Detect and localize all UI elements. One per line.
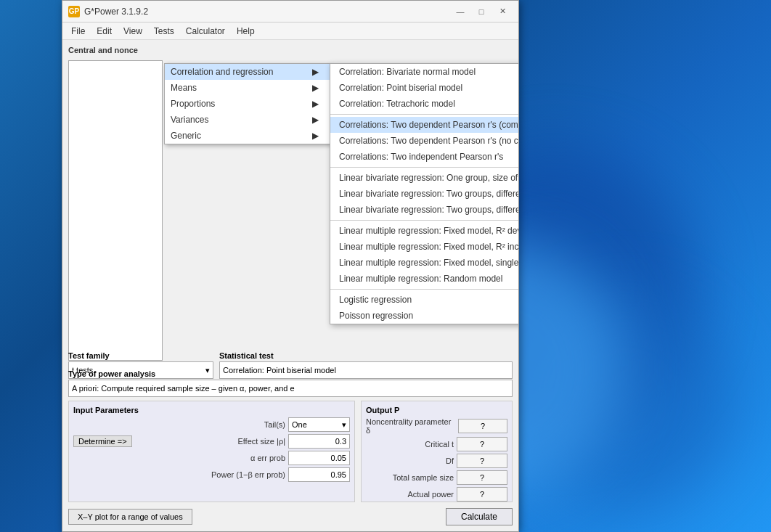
menu-edit[interactable]: Edit — [91, 25, 118, 38]
total-sample-value: ? — [457, 470, 507, 485]
menu-tests[interactable]: Tests — [148, 25, 180, 38]
test-family-label: Test family — [68, 351, 213, 360]
variances-arrow-icon: ▶ — [312, 115, 319, 125]
df-value: ? — [457, 454, 507, 468]
df-row: Df ? — [366, 454, 507, 468]
left-panel-label: Central and nonce — [68, 46, 138, 54]
submenu-logistic[interactable]: Logistic regression — [330, 292, 518, 308]
effect-size-label: Effect size |ρ| — [135, 437, 285, 446]
menu-item-correlation-regression[interactable]: Correlation and regression ▶ — [165, 64, 330, 80]
alpha-label: α err prob — [250, 454, 285, 462]
noncentrality-label: Noncentrality parameter δ — [366, 417, 455, 435]
plot-area — [68, 60, 163, 361]
content-area: Central and nonce Test family t tests ▾ … — [62, 40, 518, 531]
power-type-field[interactable]: A priori: Compute required sample size –… — [68, 380, 513, 397]
correlation-regression-label: Correlation and regression — [171, 67, 273, 77]
total-sample-label: Total sample size — [393, 473, 454, 482]
menu-item-variances[interactable]: Variances ▶ — [165, 112, 330, 128]
menu-item-generic[interactable]: Generic ▶ — [165, 128, 330, 144]
submenu-two-indep[interactable]: Correlations: Two independent Pearson r'… — [330, 149, 518, 165]
alpha-input[interactable] — [288, 451, 350, 465]
actual-power-row: Actual power ? — [366, 487, 507, 502]
submenu-lmr-fixed-increase[interactable]: Linear multiple regression: Fixed model,… — [330, 239, 518, 255]
menu-file[interactable]: File — [65, 25, 91, 38]
critical-t-row: Critical t ? — [366, 437, 507, 451]
menubar: File Edit View Tests Calculator Help — [62, 22, 518, 40]
effect-size-row: Determine => Effect size |ρ| — [73, 434, 350, 449]
correlation-submenu: Correlation: Bivariate normal model Corr… — [330, 63, 518, 324]
noncentrality-value: ? — [458, 419, 507, 433]
power-row: Power (1−β err prob) — [73, 467, 350, 482]
actual-power-label: Actual power — [407, 490, 454, 499]
proportions-label: Proportions — [171, 99, 215, 109]
separator-3 — [330, 220, 518, 221]
tails-chevron-icon: ▾ — [342, 420, 346, 430]
titlebar: GP G*Power 3.1.9.2 — □ ✕ — [62, 1, 518, 22]
submenu-lmr-fixed-single[interactable]: Linear multiple regression: Fixed model,… — [330, 255, 518, 271]
menu-help[interactable]: Help — [231, 25, 261, 38]
submenu-point-biserial[interactable]: Correlation: Point biserial model — [330, 80, 518, 96]
main-window: GP G*Power 3.1.9.2 — □ ✕ File Edit View … — [62, 0, 519, 532]
submenu-lmr-random[interactable]: Linear multiple regression: Random model — [330, 271, 518, 287]
tails-select[interactable]: One ▾ — [288, 417, 350, 432]
menu-view[interactable]: View — [118, 25, 148, 38]
submenu-arrow-icon: ▶ — [312, 67, 319, 77]
menu-item-proportions[interactable]: Proportions ▶ — [165, 96, 330, 112]
submenu-bivariate-normal[interactable]: Correlation: Bivariate normal model — [330, 64, 518, 80]
submenu-poisson[interactable]: Poisson regression — [330, 308, 518, 324]
bottom-bar: X–Y plot for a range of values Calculate — [68, 508, 513, 525]
submenu-linear-biv-two-intercepts[interactable]: Linear bivariate regression: Two groups,… — [330, 186, 518, 202]
submenu-two-dep-no-common[interactable]: Correlations: Two dependent Pearson r's … — [330, 133, 518, 149]
power-type-label: Type of power analysis — [68, 369, 513, 378]
input-panel: Input Parameters Tail(s) One ▾ Determine… — [68, 401, 355, 502]
power-label: Power (1−β err prob) — [211, 470, 285, 479]
power-input[interactable] — [288, 467, 350, 482]
variances-label: Variances — [171, 115, 208, 125]
submenu-linear-biv-two-slopes[interactable]: Linear bivariate regression: Two groups,… — [330, 202, 518, 218]
actual-power-value: ? — [457, 487, 507, 502]
submenu-two-dep-common[interactable]: Correlations: Two dependent Pearson r's … — [330, 117, 518, 133]
separator-1 — [330, 114, 518, 115]
means-arrow-icon: ▶ — [312, 83, 319, 93]
power-type-section: Type of power analysis A priori: Compute… — [68, 369, 513, 397]
submenu-tetrachoric[interactable]: Correlation: Tetrachoric model — [330, 96, 518, 112]
tails-row: Tail(s) One ▾ — [73, 417, 350, 432]
proportions-arrow-icon: ▶ — [312, 99, 319, 109]
submenu-linear-biv-one[interactable]: Linear bivariate regression: One group, … — [330, 170, 518, 186]
input-panel-title: Input Parameters — [73, 406, 350, 414]
effect-size-input[interactable] — [288, 434, 350, 449]
minimize-button[interactable]: — — [450, 4, 470, 19]
submenu-lmr-fixed-dev[interactable]: Linear multiple regression: Fixed model,… — [330, 223, 518, 239]
critical-t-value: ? — [457, 437, 507, 451]
close-button[interactable]: ✕ — [492, 4, 513, 19]
separator-4 — [330, 289, 518, 290]
alpha-row: α err prob — [73, 451, 350, 465]
statistical-test-label: Statistical test — [219, 351, 513, 360]
output-panel-title: Output P — [366, 406, 507, 414]
titlebar-buttons: — □ ✕ — [450, 4, 513, 19]
app-icon: GP — [68, 6, 80, 17]
menu-item-means[interactable]: Means ▶ — [165, 80, 330, 96]
tails-label: Tail(s) — [264, 420, 285, 429]
menu-calculator[interactable]: Calculator — [180, 25, 231, 38]
tails-value: One — [292, 420, 307, 429]
xy-plot-button[interactable]: X–Y plot for a range of values — [68, 509, 192, 525]
total-sample-row: Total sample size ? — [366, 470, 507, 485]
maximize-button[interactable]: □ — [471, 4, 491, 19]
separator-2 — [330, 167, 518, 168]
window-title: G*Power 3.1.9.2 — [84, 7, 450, 17]
generic-arrow-icon: ▶ — [312, 131, 319, 141]
df-label: Df — [446, 457, 454, 465]
output-panel: Output P Noncentrality parameter δ ? Cri… — [361, 401, 513, 502]
noncentrality-row: Noncentrality parameter δ ? — [366, 417, 507, 435]
determine-button[interactable]: Determine => — [73, 435, 132, 447]
calculate-button[interactable]: Calculate — [446, 508, 513, 525]
means-label: Means — [171, 83, 197, 93]
tests-dropdown-menu: Correlation and regression ▶ Means ▶ Pro… — [164, 63, 331, 144]
io-panels: Input Parameters Tail(s) One ▾ Determine… — [68, 401, 513, 502]
generic-label: Generic — [171, 131, 201, 141]
critical-t-label: Critical t — [425, 440, 454, 449]
